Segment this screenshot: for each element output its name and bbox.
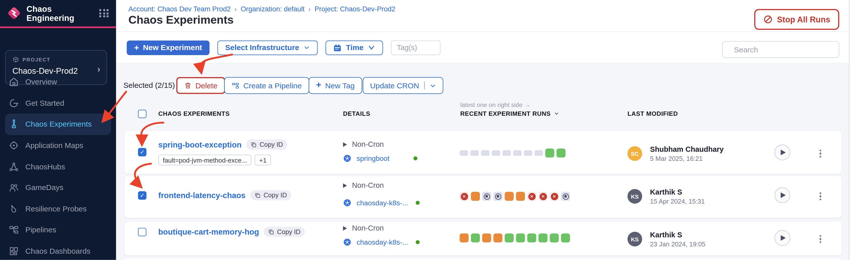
sidebar-item-label: Get Started [26, 99, 64, 108]
run-indicator-failed[interactable]: ✕ [527, 192, 536, 201]
run-experiment-button[interactable] [775, 230, 790, 246]
run-indicator-failed[interactable]: ✕ [538, 192, 548, 201]
tags-filter-input[interactable] [391, 40, 441, 55]
scrollbar-track[interactable] [849, 0, 868, 260]
sidebar-item-label: Chaos Experiments [26, 120, 92, 128]
chevron-down-icon [554, 111, 559, 116]
run-indicator-success_big[interactable] [545, 149, 554, 157]
experiment-name-link[interactable]: frontend-latency-chaos [158, 191, 246, 200]
run-indicator-warning[interactable] [494, 233, 502, 243]
run-indicator-failed[interactable]: ✕ [460, 192, 469, 201]
breadcrumb: Account: Chaos Dev Team Prod2 › Organiza… [128, 5, 396, 13]
calendar-icon [334, 43, 341, 51]
run-indicator-warning[interactable] [460, 233, 469, 243]
chaoshubs-icon [8, 161, 19, 172]
run-indicator-stopped[interactable] [561, 192, 570, 201]
infra-online-dot [413, 156, 417, 160]
run-indicator-failed[interactable]: ✕ [550, 192, 559, 201]
breadcrumb-account-link[interactable]: Account: Chaos Dev Team Prod2 [128, 5, 231, 13]
run-indicator-none[interactable] [470, 150, 479, 156]
sidebar-item-chaos-experiments[interactable]: Chaos Experiments [5, 114, 111, 135]
run-indicator-success[interactable] [504, 233, 514, 243]
infrastructure-link[interactable]: chaosday-k8s-... [356, 238, 408, 246]
stopped-icon [562, 193, 569, 199]
run-indicator-none[interactable] [513, 150, 522, 156]
run-indicator-warning[interactable] [504, 192, 514, 201]
tag-chip-more[interactable]: +1 [255, 155, 271, 165]
row-menu-button[interactable] [817, 232, 824, 246]
test-tube-icon [8, 203, 19, 214]
create-pipeline-button[interactable]: Create a Pipeline [224, 77, 309, 94]
stop-all-runs-button[interactable]: Stop All Runs [754, 9, 839, 30]
update-cron-dropdown[interactable]: Update CRON [363, 77, 443, 94]
run-indicator-warning[interactable] [471, 192, 480, 201]
select-all-checkbox[interactable] [138, 110, 147, 118]
sidebar-item-application-maps[interactable]: Application Maps [5, 135, 111, 156]
run-indicator-stopped[interactable] [482, 192, 491, 201]
modified-date: 15 Apr 2024, 15:31 [650, 198, 705, 205]
copy-id-button[interactable]: Copy ID [264, 227, 305, 237]
run-indicator-success[interactable] [527, 233, 536, 243]
run-indicator-success[interactable] [561, 233, 570, 243]
row-menu-button[interactable] [817, 147, 824, 160]
run-indicator-none[interactable] [481, 150, 490, 156]
sidebar-item-resilience-probes[interactable]: Resilience Probes [5, 198, 111, 220]
application-maps-icon [8, 140, 19, 151]
breadcrumb-separator: › [235, 5, 237, 12]
run-indicator-none[interactable] [460, 150, 468, 156]
copy-id-button[interactable]: Copy ID [246, 140, 287, 149]
run-indicator-success_big[interactable] [557, 149, 565, 157]
run-indicator-none[interactable] [524, 150, 532, 156]
sidebar-item-gamedays[interactable]: GameDays [5, 177, 111, 198]
create-pipeline-label: Create a Pipeline [243, 81, 302, 90]
tag-chip[interactable]: fault=pod-jvm-method-exce... [158, 155, 251, 165]
experiment-name-link[interactable]: spring-boot-exception [158, 140, 242, 149]
sidebar-item-get-started[interactable]: Get Started [5, 92, 111, 114]
sidebar-item-chaoshubs[interactable]: ChaosHubs [5, 156, 111, 177]
run-indicator-none[interactable] [492, 150, 500, 156]
row-menu-button[interactable] [817, 189, 824, 203]
breadcrumb-organization-link[interactable]: Organization: default [241, 5, 305, 13]
new-experiment-button[interactable]: + New Experiment [127, 40, 210, 55]
copy-id-button[interactable]: Copy ID [250, 190, 291, 200]
delete-button[interactable]: Delete [177, 77, 225, 94]
run-indicator-success[interactable] [538, 233, 548, 243]
time-filter-dropdown[interactable]: Time [326, 40, 383, 55]
infrastructure-link[interactable]: chaosday-k8s-... [356, 199, 408, 207]
run-indicator-success[interactable] [471, 233, 480, 243]
infra-online-dot [415, 240, 420, 244]
no-entry-icon [764, 14, 773, 24]
run-indicator-none[interactable] [534, 150, 543, 156]
sidebar-item-overview[interactable]: Overview [5, 72, 111, 92]
experiment-row: frontend-latency-chaos Copy ID Non-Cron … [124, 176, 841, 218]
experiment-name-link[interactable]: boutique-cart-memory-hog [158, 227, 259, 236]
run-indicator-success[interactable] [550, 233, 559, 243]
sidebar-item-pipelines[interactable]: Pipelines [5, 220, 111, 240]
row-checkbox[interactable] [138, 148, 147, 156]
run-experiment-button[interactable] [775, 187, 790, 203]
row-checkbox[interactable] [138, 191, 147, 200]
toolbar: + New Experiment Select Infrastructure T… [116, 32, 849, 64]
sidebar-item-label: Overview [26, 78, 57, 86]
recent-runs: ✕✕✕✕ [460, 192, 570, 201]
breadcrumb-project-link[interactable]: Project: Chaos-Dev-Prod2 [314, 5, 396, 13]
select-infrastructure-dropdown[interactable]: Select Infrastructure [217, 40, 317, 55]
column-header-runs-sort[interactable]: RECENT EXPERIMENT RUNS [460, 110, 559, 117]
new-tag-button[interactable]: + New Tag [309, 77, 362, 94]
run-experiment-button[interactable] [775, 145, 790, 160]
stopped-icon [484, 193, 490, 199]
cron-type-icon [343, 142, 347, 147]
run-indicator-warning[interactable] [516, 192, 525, 201]
run-indicator-stopped[interactable] [494, 192, 502, 201]
run-indicator-success[interactable] [516, 233, 525, 243]
copy-icon [250, 142, 257, 148]
run-indicator-warning[interactable] [482, 233, 491, 243]
sidebar-item-label: GameDays [26, 184, 63, 192]
run-indicator-none[interactable] [502, 150, 511, 156]
infrastructure-link[interactable]: springboot [356, 154, 390, 162]
module-grid-icon[interactable] [99, 9, 109, 17]
sidebar-item-chaos-dashboards[interactable]: Chaos Dashboards [5, 240, 111, 260]
row-checkbox[interactable] [138, 228, 147, 236]
failed-x-icon: ✕ [551, 192, 558, 200]
search-input[interactable] [733, 45, 835, 54]
